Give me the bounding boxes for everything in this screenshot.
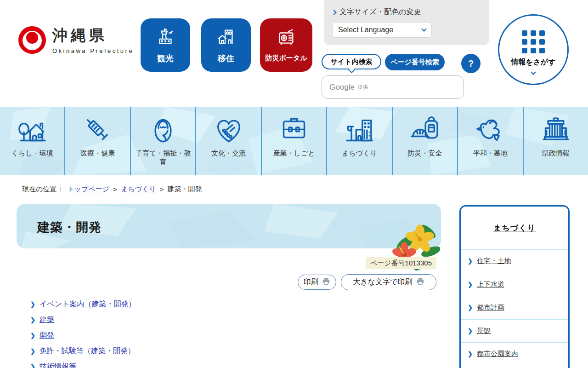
nav-item-label: 防災・安全 [405,149,445,158]
printer-icon [416,277,424,287]
list-item: ❯ 住宅・土地 [461,249,568,273]
list-item: ❯ 都市公園案内 [461,342,568,366]
text-size-color-label: 文字サイズ・配色の変更 [339,7,421,17]
link-kenchiku[interactable]: 建築 [40,315,54,325]
sidebar-item-jutaku-tochi[interactable]: 住宅・土地 [477,257,511,265]
content-link-list: ❯ イベント案内（建築・開発） ❯ 建築 ❯ 開発 ❯ 免許・試験等（建築・開発… [30,296,136,368]
tab-pointer [348,66,356,74]
chevron-right-icon: ❯ [468,351,473,357]
global-nav: くらし・環境 医療・健康 [0,107,588,175]
print-large-button-label: 大きな文字で印刷 [353,277,412,287]
text-size-color-link[interactable]: 文字サイズ・配色の変更 [332,7,421,17]
sidebar-item-toshikeikaku[interactable]: 都市計画 [477,303,504,312]
nav-item-label: 産業・しごと [270,149,317,158]
tab-site-search-label: サイト内検索 [330,58,372,66]
tab-site-search[interactable]: サイト内検索 [322,54,381,69]
language-selector[interactable]: Select Language [332,22,432,38]
nav-item-sangyo[interactable]: 産業・しごと [261,107,326,175]
link-kaihatsu[interactable]: 開発 [40,331,54,340]
house-building-icon [215,27,237,49]
print-button-label: 印刷 [304,277,318,287]
search-provider-suffix: 提供 [358,84,368,91]
airport-tower-icon [155,27,176,49]
list-item: ❯ 技術情報等 [30,359,136,368]
link-event-info[interactable]: イベント案内（建築・開発） [40,299,136,309]
search-provider: Google [329,83,355,92]
site-search-input[interactable]: Google 提供 [322,75,464,99]
government-building-icon [539,113,572,147]
link-menkyo-shiken[interactable]: 免許・試験等（建築・開発） [40,346,135,356]
okinawa-prefecture-page: 沖縄県 Okinawa Prefecture 観光 [0,0,588,368]
find-info-button[interactable]: 情報をさがす [498,14,569,85]
chevron-right-icon: ❯ [30,363,35,368]
page-number-badge: ページ番号1013305 [366,257,436,269]
breadcrumb-link-top[interactable]: トップページ [67,185,109,194]
handshake-heart-icon [212,113,245,147]
tab-page-number-label: ページ番号検索 [390,58,439,66]
syringe-icon [81,113,114,147]
breadcrumb-current: 建築・開発 [167,185,202,194]
page-title-banner: 建築・開発 [17,204,441,248]
nav-item-heiwa[interactable]: 平和・基地 [457,107,522,175]
sidebar-divider [461,366,568,368]
disaster-portal-button-label: 防災ポータル [265,54,307,63]
okinawa-logo-icon [18,26,46,54]
site-subtitle: Okinawa Prefecture [52,47,134,54]
chevron-right-icon: ❯ [30,348,35,355]
print-button[interactable]: 印刷 [298,275,336,290]
nav-item-label: 医療・健康 [78,149,118,158]
nav-item-kensei[interactable]: 県政情報 [523,107,588,175]
list-item: ❯ 上下水道 [461,273,568,296]
breadcrumb-link-machizukuri[interactable]: まちづくり [121,185,156,194]
site-logo[interactable]: 沖縄県 Okinawa Prefecture [18,25,134,54]
site-title: 沖縄県 [52,25,134,46]
chevron-right-icon: ❯ [30,332,35,339]
tourism-button[interactable]: 観光 [141,18,190,72]
sidebar-item-keikan[interactable]: 景観 [477,327,491,335]
nav-item-bosai[interactable]: 防災・安全 [392,107,457,175]
chevron-down-icon [421,26,426,31]
nav-item-label: 文化・交流 [209,149,249,158]
baby-icon [147,113,180,147]
sidebar-link-list: ❯ 住宅・土地 ❯ 上下水道 ❯ 都市計画 ❯ 景観 ❯ 都市公園案内 [461,249,568,366]
link-gijutsu-joho[interactable]: 技術情報等 [40,362,76,368]
nav-item-kosodate[interactable]: 子育て・福祉・教育 [130,107,195,175]
help-button[interactable]: ? [461,54,481,73]
sidebar-machizukuri: まちづくり ❯ 住宅・土地 ❯ 上下水道 ❯ 都市計画 ❯ 景観 ❯ 都市公園案… [459,205,570,368]
print-large-button[interactable]: 大きな文字で印刷 [341,274,436,290]
nav-item-label: 子育て・福祉・教育 [131,149,195,167]
migration-button[interactable]: 移住 [201,18,251,72]
tab-page-number-search[interactable]: ページ番号検索 [385,54,445,70]
chevron-right-icon: ❯ [30,316,35,323]
briefcase-icon [277,113,311,147]
printer-icon [322,277,330,287]
settings-panel: 文字サイズ・配色の変更 Select Language [324,0,489,45]
nav-item-label: 県政情報 [539,149,572,158]
nav-item-iryo[interactable]: 医療・健康 [64,107,130,175]
nav-item-kurashi[interactable]: くらし・環境 [0,107,64,175]
nav-item-bunka[interactable]: 文化・交流 [195,107,260,175]
migration-button-label: 移住 [218,53,234,64]
dove-icon [474,113,507,147]
radio-icon [276,28,297,50]
chevron-down-icon [531,69,536,75]
chevron-right-icon: ❯ [468,304,473,311]
sidebar-item-jogesuido[interactable]: 上下水道 [477,280,504,289]
find-info-label: 情報をさがす [511,58,556,67]
sidebar-item-toshikoen[interactable]: 都市公園案内 [477,350,518,358]
disaster-portal-button[interactable]: 防災ポータル [260,18,312,72]
chevron-right-icon: ❯ [30,301,35,308]
list-item: ❯ 景観 [461,319,568,343]
list-item: ❯ 開発 [30,328,136,343]
page-title: 建築・開発 [37,219,102,236]
tourism-button-label: 観光 [157,53,174,64]
language-selector-value: Select Language [338,26,393,34]
sidebar-header: まちづくり [461,207,568,249]
breadcrumb-prefix: 現在の位置： [22,185,63,194]
nav-item-machizukuri[interactable]: まちづくり [326,107,391,175]
chevron-right-icon: ❯ [468,281,473,288]
sidebar-title-link[interactable]: まちづくり [493,223,536,233]
buildings-crane-icon [343,113,376,147]
grid-menu-icon [522,30,545,53]
question-mark-icon: ? [468,58,474,69]
